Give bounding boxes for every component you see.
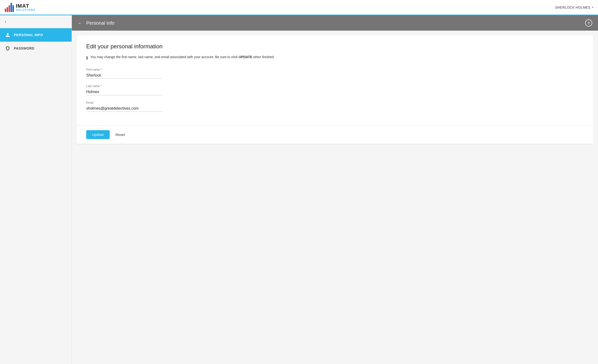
sidebar-item-personal-info[interactable]: PERSONAL INFO — [0, 28, 72, 42]
content-title: Personal Info — [86, 20, 115, 26]
sidebar-item-password-label: PASSWORD — [14, 46, 34, 50]
info-banner-text: You may change the first name, last name… — [90, 55, 275, 60]
reset-button[interactable]: Reset — [115, 130, 126, 139]
logo: IMAT SOLUTIONS — [5, 3, 35, 12]
person-icon — [5, 32, 10, 38]
last-name-group: Last name * — [86, 84, 584, 95]
update-button[interactable]: Update — [86, 130, 110, 139]
sidebar-item-personal-info-label: PERSONAL INFO — [14, 33, 43, 37]
bar3 — [9, 5, 10, 12]
bar5 — [12, 5, 14, 12]
form-footer: Update Reset — [77, 125, 593, 144]
user-name: SHERLOCK HOLMES — [555, 6, 590, 9]
sidebar-nav: PERSONAL INFO PASSWORD — [0, 28, 72, 55]
main-layout: ‹ PERSONAL INFO PASSWORD — [0, 15, 598, 364]
bar4 — [10, 3, 12, 12]
last-name-input[interactable] — [86, 89, 163, 95]
content-header: ← Personal Info ? — [72, 15, 598, 31]
content-back-arrow-icon[interactable]: ← — [78, 20, 82, 26]
bar2 — [7, 7, 8, 12]
help-icon[interactable]: ? — [585, 19, 592, 27]
info-banner: ℹ You may change the first name, last na… — [86, 55, 584, 61]
sidebar-item-password[interactable]: PASSWORD — [0, 42, 72, 55]
email-group: Email — [86, 101, 584, 112]
logo-solutions-text: SOLUTIONS — [16, 9, 35, 11]
form-card: Edit your personal information ℹ You may… — [77, 35, 593, 144]
form-body: Edit your personal information ℹ You may… — [77, 35, 593, 125]
sidebar: ‹ PERSONAL INFO PASSWORD — [0, 15, 72, 364]
first-name-group: First name * — [86, 68, 584, 79]
first-name-label: First name * — [86, 68, 584, 71]
chevron-down-icon: ▾ — [592, 6, 593, 9]
email-label: Email — [86, 101, 584, 104]
bar1 — [5, 9, 6, 12]
info-circle-icon: ℹ — [86, 55, 88, 61]
sidebar-back-button[interactable]: ‹ — [0, 15, 72, 28]
logo-icon — [5, 3, 14, 12]
logo-imat-text: IMAT — [16, 3, 35, 9]
logo-text: IMAT SOLUTIONS — [16, 3, 35, 11]
content-header-left: ← Personal Info — [78, 20, 115, 26]
topbar: IMAT SOLUTIONS SHERLOCK HOLMES ▾ — [0, 0, 598, 15]
back-chevron-icon: ‹ — [5, 19, 6, 24]
last-name-label: Last name * — [86, 84, 584, 88]
email-input[interactable] — [86, 105, 163, 112]
first-name-input[interactable] — [86, 72, 163, 79]
user-menu[interactable]: SHERLOCK HOLMES ▾ — [555, 6, 593, 9]
content-area: ← Personal Info ? Edit your personal inf… — [72, 15, 598, 364]
shield-icon — [5, 46, 10, 51]
form-title: Edit your personal information — [86, 43, 584, 50]
